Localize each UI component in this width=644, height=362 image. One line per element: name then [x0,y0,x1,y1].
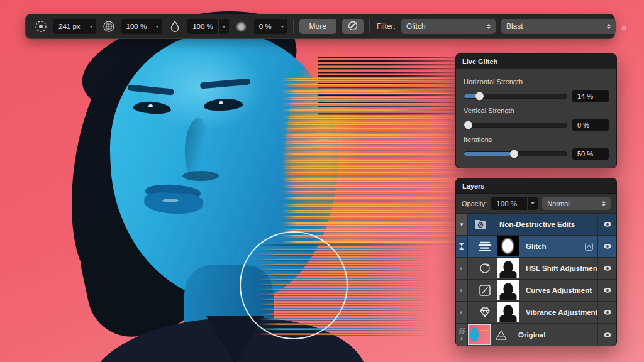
image-triangle-icon [491,324,512,346]
collapse-chevron-icon[interactable]: › [460,335,463,342]
select-updown-icon [607,22,611,31]
brush-width-value[interactable]: 241 px [53,23,86,30]
glitch-mask-thumbnail[interactable] [497,236,519,256]
live-glitch-panel: Live Glitch Horizontal Strength 14 % Ver… [455,53,617,168]
curves-icon [468,280,497,301]
glitch-streaks-orange [282,78,472,245]
layer-opacity-value[interactable]: 100 % [491,200,527,207]
chevron-down-icon[interactable] [277,19,287,34]
visibility-toggle[interactable] [597,302,616,323]
live-glitch-panel-title[interactable]: Live Glitch [456,54,616,69]
visibility-toggle[interactable] [597,324,616,346]
select-updown-icon [487,22,491,31]
hardness-value[interactable]: 100 % [121,23,152,30]
group-folder-icon [468,214,493,235]
horizontal-strength-label: Horizontal Strength [464,78,609,85]
layer-row-non-destructive-edits[interactable]: ▾ Non-Destructive Edits [456,214,616,236]
select-updown-icon [602,199,606,208]
visibility-toggle[interactable] [597,214,616,235]
live-filter-hourglass-icon [456,236,468,257]
layer-row-glitch[interactable]: Glitch [456,236,616,258]
layer-label[interactable]: Non-Destructive Edits [493,214,597,235]
blend-mode-select[interactable]: Normal [542,197,611,210]
chevron-down-icon[interactable] [218,19,229,34]
softness-field[interactable]: 0 % [254,19,287,34]
toolbar-separator [369,19,370,33]
vertical-strength-slider[interactable] [464,123,567,128]
expand-chevron-icon[interactable]: ▾ [456,214,468,235]
portrait-eye-glint [219,101,223,104]
eye-icon [603,309,612,315]
curves-mask-thumbnail[interactable] [497,280,519,300]
horizontal-strength-value[interactable]: 14 % [572,90,609,102]
filter-label: Filter: [377,22,396,31]
hsl-mask-thumbnail[interactable] [497,258,519,278]
brush-size-icon [34,19,48,33]
filter-type-select[interactable]: Blast [501,19,616,34]
iterations-slider[interactable] [464,151,567,156]
slider-knob[interactable] [464,121,472,129]
softness-icon [235,19,248,33]
eye-icon [603,243,612,250]
layer-label[interactable]: Curves Adjustment [519,280,597,301]
glitch-lines-icon [468,236,497,257]
app-window: 241 px 100 % 100 % 0 % More F [0,0,644,362]
brush-cursor-circle [240,231,348,339]
layer-row-hsl-shift[interactable]: ◐ HSL Shift Adjustment [456,258,616,280]
clip-indicator-icon: ◐ [460,287,464,293]
brush-context-toolbar: 241 px 100 % 100 % 0 % More F [25,14,615,39]
toolbar-separator [293,19,294,33]
layers-controls: Opacity: 100 % Normal [456,194,616,214]
flow-value[interactable]: 100 % [187,23,218,30]
chevron-down-icon[interactable] [527,197,538,210]
hardness-field[interactable]: 100 % [121,19,163,34]
slider-knob[interactable] [475,92,484,101]
vibrance-gem-icon [468,302,497,323]
layers-panel-title[interactable]: Layers [456,178,616,194]
vibrance-mask-thumbnail[interactable] [497,302,519,322]
iterations-label: Iterations [464,136,609,143]
flow-droplet-icon [168,19,182,33]
toolbar-overflow-button[interactable]: » [621,21,626,32]
visibility-toggle[interactable] [597,258,616,279]
clip-indicator-icon: ◐ [460,265,464,272]
layer-label[interactable]: Original [512,324,597,346]
visibility-toggle[interactable] [597,236,616,257]
clip-indicator-icon: ◐ [460,309,464,315]
softness-value[interactable]: 0 % [254,23,277,30]
brush-width-field[interactable]: 241 px [53,19,96,34]
live-filter-badge-icon [585,243,593,251]
chevron-down-icon[interactable] [152,19,162,34]
flow-field[interactable]: 100 % [187,19,229,34]
vertical-strength-value[interactable]: 0 % [572,119,609,131]
filter-category-select[interactable]: Glitch [401,19,496,34]
wet-edges-icon [347,19,359,34]
eye-icon [603,265,612,272]
layer-label[interactable]: Vibrance Adjustment [519,302,597,323]
eye-icon [603,287,612,293]
layer-label[interactable]: Glitch [526,243,547,250]
layers-panel: Layers Opacity: 100 % Normal ▾ Non-Destr… [455,178,617,346]
layer-row-vibrance[interactable]: ◐ Vibrance Adjustment [456,302,616,324]
eye-icon [603,332,612,338]
chevron-down-icon[interactable] [86,19,96,34]
visibility-toggle[interactable] [597,280,616,301]
layer-opacity-field[interactable]: 100 % [491,197,538,210]
original-image-thumbnail[interactable] [468,324,491,345]
vertical-strength-label: Vertical Strength [464,107,609,114]
checkerboard-icon [459,328,465,334]
portrait-eye-glint [148,104,153,107]
slider-knob[interactable] [510,150,518,158]
horizontal-strength-slider[interactable] [464,94,567,99]
eye-icon [603,221,612,228]
layer-row-original[interactable]: › Original [456,324,616,346]
layer-row-curves[interactable]: ◐ Curves Adjustment [456,280,616,302]
hardness-icon [102,19,116,33]
portrait-nose [182,171,219,181]
more-button[interactable]: More [299,19,336,34]
hsl-wheel-icon [468,258,497,279]
iterations-value[interactable]: 50 % [572,148,609,160]
layer-label[interactable]: HSL Shift Adjustment [519,258,597,279]
wet-edges-button[interactable] [342,19,364,34]
opacity-label: Opacity: [462,200,487,207]
